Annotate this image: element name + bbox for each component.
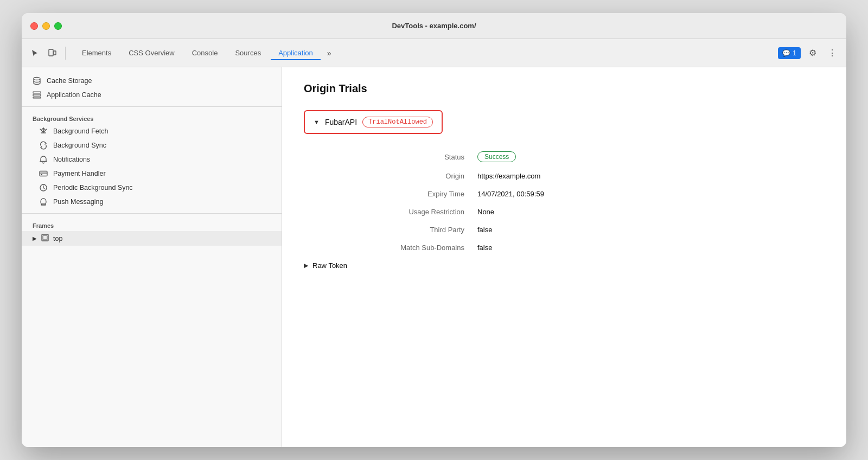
tab-sources[interactable]: Sources [227, 46, 269, 60]
detail-row-match-subdomains: Match Sub-Domains false [304, 244, 825, 252]
storage-section: Cache Storage Application Cache [22, 74, 282, 102]
sidebar-item-payment-handler[interactable]: Payment Handler [22, 167, 282, 181]
sidebar-item-application-cache[interactable]: Application Cache [22, 88, 282, 102]
minimize-button[interactable] [42, 22, 50, 30]
sidebar-divider-1 [22, 106, 282, 107]
message-count: 1 [793, 49, 796, 57]
fubar-api-row[interactable]: ▼ FubarAPI TrialNotAllowed [304, 110, 443, 134]
messages-badge-button[interactable]: 💬 1 [778, 47, 801, 59]
svg-rect-7 [41, 174, 42, 175]
title-bar: DevTools - example.com/ [22, 13, 846, 39]
tab-console[interactable]: Console [184, 46, 226, 60]
detail-row-origin: Origin https://example.com [304, 172, 825, 180]
raw-token-row[interactable]: ▶ Raw Token [304, 261, 825, 270]
background-sync-label: Background Sync [53, 142, 106, 149]
close-button[interactable] [30, 22, 38, 30]
payment-handler-icon [39, 169, 48, 178]
cache-storage-label: Cache Storage [47, 77, 92, 85]
svg-rect-10 [43, 235, 47, 240]
third-party-label: Third Party [304, 226, 477, 234]
devtools-more-button[interactable]: ⋮ [825, 46, 840, 61]
periodic-background-sync-icon [39, 183, 48, 192]
third-party-value: false [477, 226, 492, 234]
svg-rect-1 [54, 51, 56, 55]
frames-section: Frames ▶ top [22, 218, 282, 246]
more-tabs-button[interactable]: » [323, 47, 336, 60]
sidebar-item-periodic-background-sync[interactable]: Periodic Background Sync [22, 181, 282, 195]
payment-handler-label: Payment Handler [53, 170, 106, 177]
content-panel: Origin Trials ▼ FubarAPI TrialNotAllowed… [282, 67, 846, 447]
expiry-label: Expiry Time [304, 190, 477, 198]
maximize-button[interactable] [54, 22, 62, 30]
usage-restriction-value: None [477, 208, 494, 216]
fubar-api-name: FubarAPI [325, 118, 357, 126]
sidebar-item-top[interactable]: ▶ top [22, 231, 282, 246]
sidebar-item-background-fetch[interactable]: Background Fetch [22, 124, 282, 138]
toolbar-tools [28, 47, 68, 60]
sidebar-item-cache-storage[interactable]: Cache Storage [22, 74, 282, 88]
detail-row-expiry: Expiry Time 14/07/2021, 00:59:59 [304, 190, 825, 198]
status-label: Status [304, 153, 477, 161]
cache-storage-icon [33, 76, 41, 85]
sidebar-item-push-messaging[interactable]: Push Messaging [22, 195, 282, 209]
sidebar-divider-2 [22, 213, 282, 214]
window-title: DevTools - example.com/ [392, 22, 476, 30]
match-subdomains-label: Match Sub-Domains [304, 244, 477, 252]
periodic-background-sync-label: Periodic Background Sync [53, 184, 133, 191]
detail-table: Status Success Origin https://example.co… [304, 151, 825, 252]
origin-label: Origin [304, 172, 477, 180]
top-frame-label: top [53, 235, 62, 242]
cursor-icon[interactable] [28, 47, 41, 60]
svg-rect-4 [33, 94, 41, 96]
sidebar-item-background-sync[interactable]: Background Sync [22, 138, 282, 152]
fubar-collapse-arrow: ▼ [314, 119, 320, 125]
tab-bar-right: 💬 1 ⚙ ⋮ [778, 46, 840, 61]
device-icon[interactable] [46, 47, 59, 60]
trial-not-allowed-badge: TrialNotAllowed [362, 117, 433, 127]
match-subdomains-value: false [477, 244, 492, 252]
frames-header: Frames [22, 218, 282, 231]
notifications-icon [39, 155, 48, 164]
application-cache-label: Application Cache [47, 91, 101, 99]
svg-rect-5 [33, 97, 41, 98]
svg-rect-3 [33, 92, 41, 93]
toolbar-divider [65, 47, 66, 60]
push-messaging-label: Push Messaging [53, 198, 103, 206]
expand-icon: ▶ [33, 235, 37, 241]
detail-row-third-party: Third Party false [304, 226, 825, 234]
tab-application[interactable]: Application [271, 46, 321, 60]
traffic-lights [30, 22, 62, 30]
raw-token-arrow: ▶ [304, 262, 308, 269]
message-icon: 💬 [782, 49, 790, 57]
main-area: Cache Storage Application Cache [22, 67, 846, 447]
svg-rect-6 [40, 171, 47, 176]
detail-row-status: Status Success [304, 151, 825, 162]
background-fetch-label: Background Fetch [53, 127, 108, 135]
raw-token-label: Raw Token [312, 261, 347, 270]
tab-css-overview[interactable]: CSS Overview [121, 46, 182, 60]
background-sync-icon [39, 141, 48, 150]
tab-elements[interactable]: Elements [74, 46, 119, 60]
status-badge: Success [477, 151, 516, 162]
svg-point-2 [34, 78, 40, 80]
push-messaging-icon [39, 197, 48, 206]
background-services-section: Background Services Background Fetch [22, 111, 282, 209]
origin-value: https://example.com [477, 172, 540, 180]
svg-rect-0 [49, 49, 53, 56]
sidebar-item-notifications[interactable]: Notifications [22, 152, 282, 167]
usage-restriction-label: Usage Restriction [304, 208, 477, 216]
application-cache-icon [33, 91, 41, 99]
devtools-window: DevTools - example.com/ Elements CSS Ove… [22, 13, 846, 447]
tab-bar: Elements CSS Overview Console Sources Ap… [22, 39, 846, 67]
expiry-value: 14/07/2021, 00:59:59 [477, 190, 544, 198]
background-fetch-icon [39, 127, 48, 136]
frame-icon [41, 234, 49, 243]
sidebar: Cache Storage Application Cache [22, 67, 282, 447]
background-services-header: Background Services [22, 111, 282, 124]
page-title: Origin Trials [304, 82, 825, 95]
detail-row-usage-restriction: Usage Restriction None [304, 208, 825, 216]
notifications-label: Notifications [53, 156, 90, 163]
settings-button[interactable]: ⚙ [805, 46, 820, 61]
